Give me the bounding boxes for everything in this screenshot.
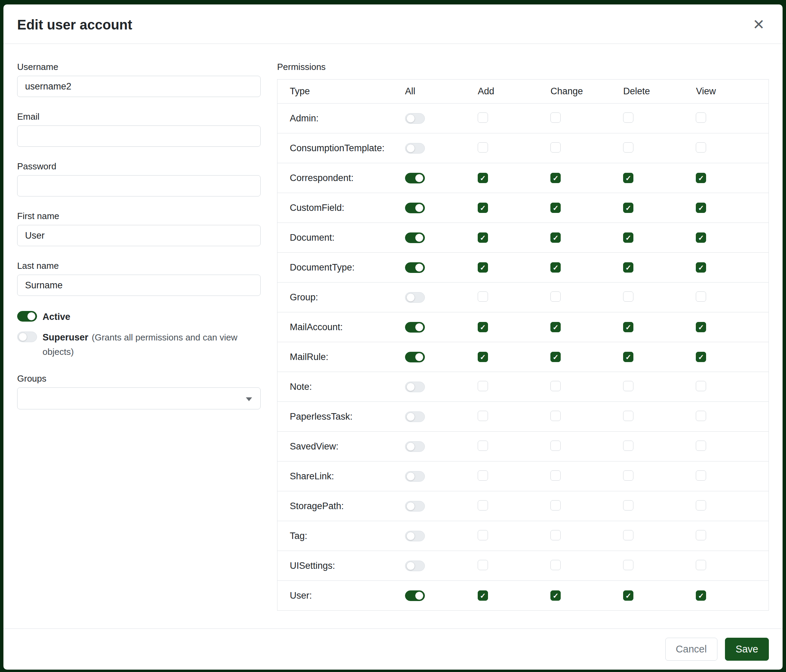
permission-add-checkbox[interactable]: ✓ — [478, 262, 488, 273]
permission-add-checkbox[interactable]: ✓ — [478, 173, 488, 183]
permission-delete-checkbox[interactable] — [623, 530, 634, 540]
permission-delete-checkbox[interactable]: ✓ — [623, 590, 634, 601]
toggle-knob — [415, 323, 423, 331]
permission-all-toggle[interactable] — [405, 561, 425, 571]
permission-change-checkbox[interactable]: ✓ — [550, 203, 561, 213]
permission-change-checkbox[interactable] — [550, 530, 561, 540]
permission-delete-checkbox[interactable] — [623, 470, 634, 481]
permission-change-checkbox[interactable] — [550, 291, 561, 302]
permission-view-checkbox[interactable] — [696, 291, 706, 302]
permission-add-checkbox[interactable]: ✓ — [478, 590, 488, 601]
permission-change-checkbox[interactable] — [550, 560, 561, 570]
permission-add-checkbox[interactable]: ✓ — [478, 232, 488, 243]
permission-view-checkbox[interactable]: ✓ — [696, 203, 706, 213]
permission-change-checkbox[interactable] — [550, 411, 561, 421]
last-name-input[interactable] — [17, 275, 261, 296]
permission-change-checkbox[interactable]: ✓ — [550, 590, 561, 601]
permission-all-toggle[interactable] — [405, 322, 425, 333]
permission-add-checkbox[interactable] — [478, 291, 488, 302]
permission-view-checkbox[interactable] — [696, 381, 706, 391]
permission-change-checkbox[interactable] — [550, 470, 561, 481]
password-input[interactable] — [17, 175, 261, 196]
permission-all-toggle[interactable] — [405, 590, 425, 601]
permission-view-checkbox[interactable]: ✓ — [696, 590, 706, 601]
toggle-knob — [406, 413, 415, 421]
permission-all-toggle[interactable] — [405, 382, 425, 392]
permission-all-toggle[interactable] — [405, 292, 425, 303]
permission-all-toggle[interactable] — [405, 173, 425, 184]
permission-delete-checkbox[interactable] — [623, 291, 634, 302]
permission-view-checkbox[interactable]: ✓ — [696, 262, 706, 273]
permission-delete-checkbox[interactable] — [623, 113, 634, 123]
close-icon[interactable]: ✕ — [750, 16, 767, 33]
permission-add-checkbox[interactable]: ✓ — [478, 322, 488, 332]
permission-add-checkbox[interactable] — [478, 142, 488, 152]
permission-delete-checkbox[interactable]: ✓ — [623, 322, 634, 332]
permission-all-toggle[interactable] — [405, 411, 425, 422]
save-button[interactable]: Save — [725, 638, 769, 661]
permission-change-checkbox[interactable] — [550, 500, 561, 510]
permission-delete-checkbox[interactable]: ✓ — [623, 352, 634, 362]
permission-all-toggle[interactable] — [405, 203, 425, 213]
email-input[interactable] — [17, 126, 261, 147]
permission-change-checkbox[interactable]: ✓ — [550, 352, 561, 362]
permission-add-checkbox[interactable] — [478, 530, 488, 540]
active-toggle[interactable] — [17, 311, 37, 322]
permission-all-toggle[interactable] — [405, 113, 425, 124]
permission-add-checkbox[interactable] — [478, 381, 488, 391]
permission-view-checkbox[interactable] — [696, 411, 706, 421]
permission-delete-checkbox[interactable] — [623, 142, 634, 152]
permission-view-checkbox[interactable] — [696, 441, 706, 451]
permission-add-checkbox[interactable] — [478, 470, 488, 481]
permission-view-checkbox[interactable] — [696, 113, 706, 123]
permission-all-toggle[interactable] — [405, 143, 425, 154]
permission-delete-checkbox[interactable]: ✓ — [623, 173, 634, 183]
permission-view-checkbox[interactable] — [696, 500, 706, 510]
permission-add-checkbox[interactable]: ✓ — [478, 203, 488, 213]
permission-add-checkbox[interactable] — [478, 113, 488, 123]
chevron-down-icon — [246, 397, 252, 401]
permission-view-checkbox[interactable] — [696, 560, 706, 570]
permission-all-toggle[interactable] — [405, 501, 425, 512]
permission-change-checkbox[interactable]: ✓ — [550, 232, 561, 243]
permission-all-toggle[interactable] — [405, 352, 425, 363]
permission-add-checkbox[interactable] — [478, 441, 488, 451]
permission-view-checkbox[interactable] — [696, 470, 706, 481]
permission-all-toggle[interactable] — [405, 531, 425, 542]
permission-view-checkbox[interactable]: ✓ — [696, 352, 706, 362]
permission-view-checkbox[interactable]: ✓ — [696, 232, 706, 243]
permission-add-checkbox[interactable] — [478, 411, 488, 421]
cancel-button[interactable]: Cancel — [665, 638, 717, 661]
permission-add-checkbox[interactable]: ✓ — [478, 352, 488, 362]
permission-delete-checkbox[interactable] — [623, 500, 634, 510]
permission-delete-checkbox[interactable] — [623, 381, 634, 391]
permission-change-checkbox[interactable]: ✓ — [550, 322, 561, 332]
permission-delete-checkbox[interactable] — [623, 560, 634, 570]
permission-view-checkbox[interactable] — [696, 142, 706, 152]
permission-add-checkbox[interactable] — [478, 560, 488, 570]
permission-add-checkbox[interactable] — [478, 500, 488, 510]
permission-delete-checkbox[interactable]: ✓ — [623, 203, 634, 213]
permission-delete-checkbox[interactable] — [623, 411, 634, 421]
permission-view-checkbox[interactable]: ✓ — [696, 173, 706, 183]
permission-all-toggle[interactable] — [405, 471, 425, 482]
groups-select[interactable] — [17, 388, 261, 409]
permission-row: MailRule:✓✓✓✓ — [277, 342, 769, 372]
permission-change-checkbox[interactable]: ✓ — [550, 173, 561, 183]
permission-all-toggle[interactable] — [405, 262, 425, 273]
permission-view-checkbox[interactable]: ✓ — [696, 322, 706, 332]
permission-change-checkbox[interactable]: ✓ — [550, 262, 561, 273]
permission-view-checkbox[interactable] — [696, 530, 706, 540]
first-name-input[interactable] — [17, 225, 261, 246]
username-input[interactable] — [17, 76, 261, 97]
permission-delete-checkbox[interactable]: ✓ — [623, 232, 634, 243]
permission-change-checkbox[interactable] — [550, 381, 561, 391]
permission-delete-checkbox[interactable] — [623, 441, 634, 451]
permission-all-toggle[interactable] — [405, 232, 425, 243]
permission-all-toggle[interactable] — [405, 441, 425, 452]
superuser-toggle[interactable] — [17, 331, 37, 342]
permission-change-checkbox[interactable] — [550, 142, 561, 152]
permission-delete-checkbox[interactable]: ✓ — [623, 262, 634, 273]
permission-change-checkbox[interactable] — [550, 441, 561, 451]
permission-change-checkbox[interactable] — [550, 113, 561, 123]
